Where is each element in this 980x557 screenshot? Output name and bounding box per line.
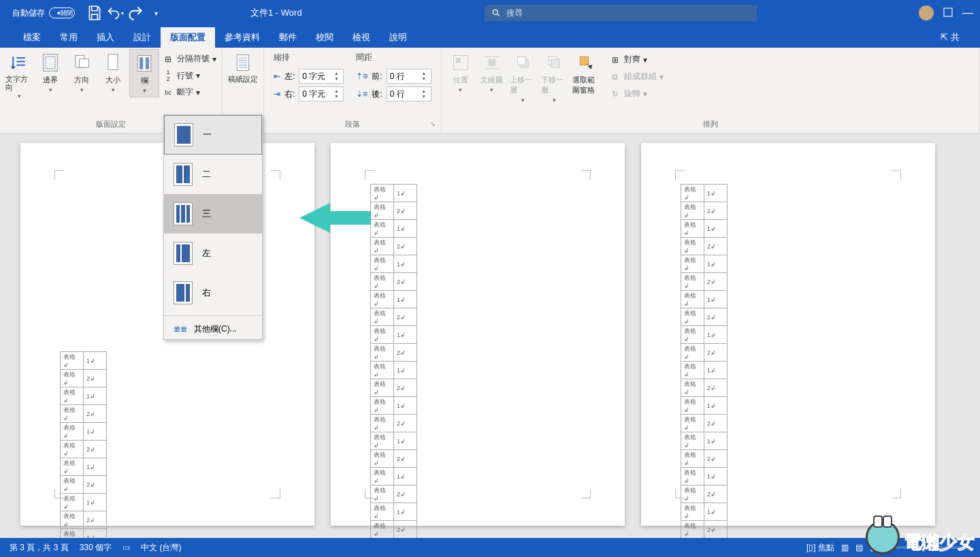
user-avatar[interactable] xyxy=(919,5,934,20)
line-numbers-icon: 12 xyxy=(162,69,174,82)
hyphenation-button[interactable]: bc斷字 ▾ xyxy=(161,85,218,99)
selection-pane-button[interactable]: 選取範圍窗格 xyxy=(571,49,601,98)
columns-button[interactable]: 欄▾ xyxy=(129,49,159,97)
orientation-icon xyxy=(71,52,93,74)
table-page-1[interactable]: 表格↲1↲表格↲2↲表格↲1↲表格↲2↲表格↲1↲表格↲2↲表格↲1↲表格↲2↲… xyxy=(60,351,107,538)
search-box[interactable]: 搜尋 xyxy=(485,5,757,21)
spacing-after-input[interactable]: ▲▼ xyxy=(387,86,431,101)
tab-view[interactable]: 檢視 xyxy=(343,27,380,48)
size-button[interactable]: 大小▾ xyxy=(98,49,128,96)
page-3[interactable]: 表格↲1↲表格↲2↲表格↲1↲表格↲2↲表格↲1↲表格↲2↲表格↲1↲表格↲2↲… xyxy=(641,143,935,526)
tab-review[interactable]: 校閱 xyxy=(306,27,343,48)
tab-file[interactable]: 檔案 xyxy=(14,27,50,48)
autosave-toggle[interactable]: 自動儲存 ● 關閉 xyxy=(0,7,82,19)
align-icon: ⊞ xyxy=(609,55,621,65)
tab-help[interactable]: 說明 xyxy=(380,27,416,48)
margins-button[interactable]: 邊界▾ xyxy=(35,49,65,96)
table-page-2[interactable]: 表格↲1↲表格↲2↲表格↲1↲表格↲2↲表格↲1↲表格↲2↲表格↲1↲表格↲2↲… xyxy=(370,184,417,538)
columns-option-two[interactable]: 二 xyxy=(164,155,262,194)
orientation-button[interactable]: 方向▾ xyxy=(67,49,97,96)
svg-rect-1 xyxy=(944,8,952,16)
position-button: 位置▾ xyxy=(446,49,476,96)
svg-rect-15 xyxy=(517,57,525,65)
tab-home[interactable]: 常用 xyxy=(50,27,87,48)
svg-rect-17 xyxy=(551,59,559,67)
columns-three-icon xyxy=(174,202,193,225)
autosave-label: 自動儲存 xyxy=(12,7,45,19)
redo-icon[interactable] xyxy=(127,4,144,22)
tab-references[interactable]: 參考資料 xyxy=(215,27,270,48)
ribbon-display-icon[interactable] xyxy=(942,6,954,20)
tab-mailings[interactable]: 郵件 xyxy=(270,27,306,48)
tab-design[interactable]: 設計 xyxy=(124,27,161,48)
status-language[interactable]: 中文 (台灣) xyxy=(141,542,181,554)
bring-forward-button: 上移一層▾ xyxy=(508,49,538,106)
focus-mode-button[interactable]: [▯] 焦點 xyxy=(806,542,834,554)
group-label-paragraph: 段落 xyxy=(345,120,360,128)
line-numbers-button[interactable]: 12行號 ▾ xyxy=(161,67,218,84)
svg-rect-3 xyxy=(46,57,55,69)
status-proofing-icon[interactable]: ▭ xyxy=(122,543,130,552)
paragraph-dialog-launcher[interactable]: ↘ xyxy=(430,121,436,127)
status-page[interactable]: 第 3 頁，共 3 頁 xyxy=(10,542,69,554)
send-backward-button: 下移一層▾ xyxy=(540,49,570,106)
watermark-mascot: 電獺少女 xyxy=(866,520,975,554)
print-layout-icon[interactable]: ▤ xyxy=(855,543,863,552)
spacing-before-input[interactable]: ▲▼ xyxy=(387,69,431,84)
read-mode-icon[interactable]: ▥ xyxy=(841,543,849,552)
spacing-before-icon: ⇡≡ xyxy=(356,71,368,81)
svg-rect-8 xyxy=(140,57,143,69)
tab-layout[interactable]: 版面配置 xyxy=(161,27,215,48)
margins-icon xyxy=(39,52,61,74)
group-arrange: 位置▾ 文繞圖▾ 上移一層▾ 下移一層▾ 選取範圍窗格 ⊞對齊 ▾ ⧉組成群組 … xyxy=(442,48,980,133)
columns-dropdown: 一 二 三 左 右 ≣≣ 其他欄(C)... xyxy=(163,114,263,340)
breaks-icon: ⊞ xyxy=(162,54,174,64)
mascot-icon xyxy=(866,520,900,554)
columns-more-option[interactable]: ≣≣ 其他欄(C)... xyxy=(164,319,262,339)
align-button[interactable]: ⊞對齊 ▾ xyxy=(606,52,666,67)
save-icon[interactable] xyxy=(86,4,103,22)
columns-icon xyxy=(133,52,155,74)
text-direction-button[interactable]: 文字方向▾ xyxy=(4,49,34,102)
status-bar: 第 3 頁，共 3 頁 330 個字 ▭ 中文 (台灣) [▯] 焦點 ▥ ▤ … xyxy=(0,538,980,557)
columns-option-three[interactable]: 三 xyxy=(164,194,262,234)
dropdown-separator xyxy=(164,315,262,316)
indent-left-icon: ⇤ xyxy=(274,71,280,81)
wrap-icon xyxy=(481,52,503,74)
page-2[interactable]: 表格↲1↲表格↲2↲表格↲1↲表格↲2↲表格↲1↲表格↲2↲表格↲1↲表格↲2↲… xyxy=(331,143,625,526)
columns-left-icon xyxy=(174,242,193,265)
customize-qat-icon[interactable]: ▾ xyxy=(147,4,165,22)
columns-option-left[interactable]: 左 xyxy=(164,234,262,273)
table-page-3[interactable]: 表格↲1↲表格↲2↲表格↲1↲表格↲2↲表格↲1↲表格↲2↲表格↲1↲表格↲2↲… xyxy=(681,184,728,538)
columns-option-one[interactable]: 一 xyxy=(164,115,262,155)
indent-right-input[interactable]: ▲▼ xyxy=(299,86,344,101)
search-placeholder: 搜尋 xyxy=(506,7,523,19)
indent-right-label: 右: xyxy=(284,89,295,100)
manuscript-icon xyxy=(232,52,254,74)
manuscript-settings-button[interactable]: 稿紙設定 xyxy=(227,49,259,86)
group-objects-button: ⧉組成群組 ▾ xyxy=(606,69,666,84)
tab-insert[interactable]: 插入 xyxy=(87,27,124,48)
svg-rect-12 xyxy=(456,58,461,63)
title-bar: 自動儲存 ● 關閉 ▾ ▾ 文件1 - Word 搜尋 — xyxy=(0,0,980,26)
selection-pane-icon xyxy=(575,52,597,74)
size-icon xyxy=(102,52,124,74)
columns-one-icon xyxy=(174,123,193,146)
document-area[interactable]: 表格↲1↲表格↲2↲表格↲1↲表格↲2↲表格↲1↲表格↲2↲表格↲1↲表格↲2↲… xyxy=(0,133,980,538)
spacing-label: 間距 xyxy=(356,52,431,66)
svg-rect-18 xyxy=(580,57,588,65)
autosave-state: ● 關閉 xyxy=(49,7,75,18)
breaks-button[interactable]: ⊞分隔符號 ▾ xyxy=(161,52,218,66)
indent-left-input[interactable]: ▲▼ xyxy=(299,69,344,84)
svg-point-0 xyxy=(493,10,497,14)
undo-icon[interactable]: ▾ xyxy=(106,4,124,22)
status-word-count[interactable]: 330 個字 xyxy=(80,542,112,554)
svg-rect-6 xyxy=(108,54,118,70)
minimize-icon[interactable]: — xyxy=(962,7,973,19)
position-icon xyxy=(450,52,472,74)
document-title: 文件1 - Word xyxy=(250,7,302,19)
mascot-text: 電獺少女 xyxy=(904,530,975,554)
wrap-text-button: 文繞圖▾ xyxy=(477,49,507,96)
columns-option-right[interactable]: 右 xyxy=(164,273,262,313)
share-button[interactable]: ⇱ 共 xyxy=(934,27,966,48)
